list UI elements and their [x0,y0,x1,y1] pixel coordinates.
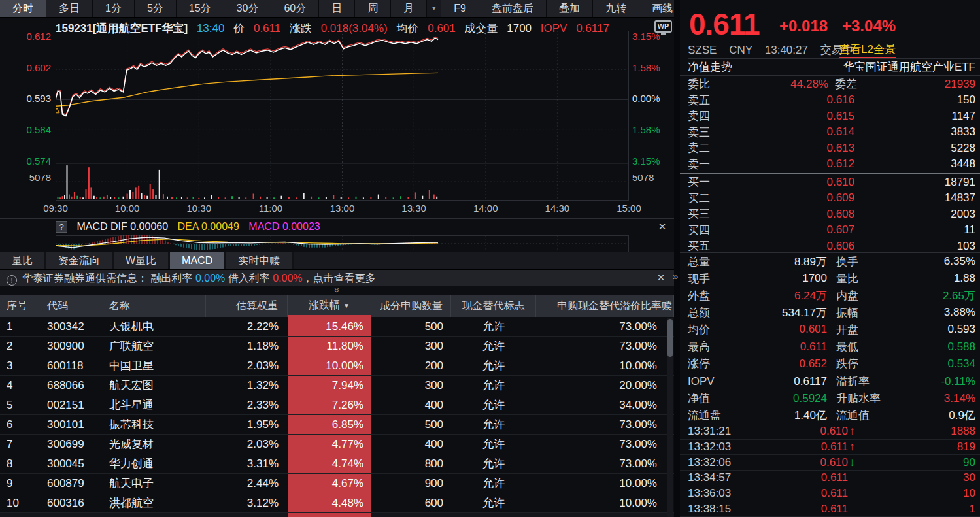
indicator-help-icon[interactable]: ? [56,221,67,233]
tick-quantity: 30 [858,471,975,484]
toolbar-tab[interactable]: 多日 [46,0,93,17]
indicator-tab[interactable]: 资金流向 [46,252,114,269]
table-cell: 允许 [451,474,536,493]
stat-label: 升贴水率 [827,391,887,406]
table-cell: 34.00% [536,395,674,414]
bid-row[interactable]: 买一0.61018791 [680,175,980,191]
table-row[interactable]: 7300699光威复材2.03%4.77%400允许73.00% [0,435,674,454]
percent-axis-label: 1.58% [632,124,671,135]
price-chart[interactable] [56,31,629,201]
table-row[interactable]: 5002151北斗星通2.33%7.26%400允许34.00% [0,395,674,415]
order-book-divider [680,173,980,174]
column-header[interactable]: 估算权重 [206,295,288,317]
ask-row[interactable]: 卖二0.6135228 [680,141,980,157]
toolbar-tool-tab[interactable]: 九转 [593,0,639,17]
toolbar-tool-tab[interactable]: F9 [441,0,479,17]
macd-chart[interactable] [56,235,629,252]
column-header[interactable]: 代码 [39,295,101,317]
bid-row[interactable]: 买四0.60711 [680,222,980,239]
table-cell: 航天电子 [101,474,206,493]
ask-row[interactable]: 卖五0.616150 [680,92,980,108]
macd-close-icon[interactable]: ✕ [656,220,669,233]
stat-label: 开盘 [827,322,887,337]
stat-row: IOPV0.6117溢折率-0.11% [680,373,980,390]
column-header[interactable]: 序号 [0,295,39,317]
percent-axis-label: 3.15% [632,156,671,167]
table-row[interactable]: 10600316洪都航空3.12%4.48%600允许10.00% [0,493,674,513]
change-percent-cell: 4.74% [288,454,371,473]
l2-view-link[interactable]: 查看L2全景 [839,42,896,58]
toolbar-tab[interactable]: 周 [355,0,391,17]
table-cell: 500 [371,317,451,336]
column-header[interactable]: 涨跌幅▼ [288,295,371,317]
notice-more-link[interactable]: ，点击查看更多 [303,273,376,284]
change-percent-cell: 15.46% [288,317,371,336]
nav-trend-tab[interactable]: 净值走势 [688,59,732,76]
stat-row: 均价0.601开盘0.593 [680,321,980,338]
dea-value: 0.00049 [201,221,239,232]
toolbar-tool-tab[interactable]: 盘前盘后 [479,0,547,17]
scrollbar-thumb[interactable] [667,319,673,357]
toolbar-tab[interactable]: 分时 [0,0,46,17]
tick-quantity: 90 [858,456,975,469]
toolbar-tab[interactable]: 1分 [93,0,135,17]
level-quantity: 2003 [854,208,975,221]
weibi-value: 44.28% [788,76,828,92]
column-header[interactable]: 现金替代标志 [451,295,536,317]
stat-row: 涨停0.652跌停0.534 [680,356,980,373]
table-row[interactable]: 3600118中国卫星2.03%10.00%200允许10.00% [0,356,674,376]
table-cell: 688066 [39,376,101,395]
table-row[interactable]: 8300045华力创通3.31%4.74%800允许73.00% [0,454,674,474]
table-scrollbar[interactable] [667,318,673,517]
column-header[interactable]: 成分申购数量 [371,295,451,317]
notice-bar[interactable]: !华泰证券融券通供需信息： 融出利率 0.00% 借入利率 0.00%，点击查看… [0,270,674,286]
ask-row[interactable]: 卖三0.6143833 [680,124,980,141]
percent-axis-label: 3.15% [632,31,671,42]
stat-value: 6.35% [887,255,975,268]
toolbar-tab[interactable]: 30分 [224,0,272,17]
table-row[interactable]: 2300900广联航空1.18%11.80%300允许73.00% [0,337,674,356]
tick-row: 13:32:060.610↓90 [680,455,980,471]
table-row[interactable]: 6300101振芯科技1.95%6.85%500允许73.00% [0,415,674,435]
info-circle-icon: ! [7,275,17,286]
table-row[interactable]: 1300342天银机电2.22%15.46%500允许73.00% [0,317,674,337]
table-row[interactable]: 9600879航天电子2.44%4.67%900允许10.00% [0,474,674,493]
level-price: 0.609 [727,192,854,205]
stat-row: 总额534.17万振幅3.88% [680,304,980,321]
stat-value: 3.88% [887,306,975,319]
toolbar-tool-tab[interactable]: 叠加 [547,0,593,17]
toolbar-tab[interactable]: 5分 [135,0,177,17]
toolbar-tab[interactable]: 月 [391,0,427,17]
notice-close-icon[interactable]: ✕ [654,271,667,284]
stat-value: -0.11% [887,375,975,388]
tick-time: 13:36:03 [688,487,750,500]
toolbar-tab[interactable]: 日 [319,0,355,17]
intraday-chart-panel[interactable]: 159231[通用航空ETF华宝] 13:40 价 0.611 涨跌 0.018… [0,18,674,218]
toolbar-tab[interactable]: 60分 [271,0,319,17]
table-cell: 1.32% [206,376,288,395]
toolbar-tab[interactable]: 15分 [177,0,224,17]
table-cell: 300 [371,376,451,395]
table-collapse-chevron-icon[interactable]: » [330,285,345,295]
column-header[interactable]: 申购现金替代溢价比率赎 [536,295,674,317]
stat-row: 总量8.89万换手6.35% [680,253,980,270]
price-axis-label: 0.612 [0,31,51,42]
table-row[interactable]: 4688066航天宏图1.32%7.94%300允许20.00% [0,376,674,395]
column-header[interactable]: 名称 [101,295,206,317]
table-cell: 300699 [39,435,101,454]
bid-row[interactable]: 买二0.60914837 [680,190,980,207]
indicator-tab[interactable]: W量比 [114,252,170,269]
indicator-tab[interactable]: MACD [170,252,226,269]
indicator-tab[interactable]: 量比 [0,252,46,269]
bid-row[interactable]: 买三0.6082003 [680,207,980,223]
ask-row[interactable]: 卖一0.6123448 [680,156,980,173]
level-quantity: 1147 [854,110,975,123]
level-label: 卖一 [688,157,727,172]
stat-value: 0.9亿 [887,408,975,423]
ask-row[interactable]: 卖四0.6151147 [680,108,980,125]
table-cell: 10 [0,493,39,512]
tick-row: 13:38:150.6111 [680,501,980,517]
panel-collapse-handle-icon[interactable]: » [673,271,678,282]
indicator-tab[interactable]: 实时申赎 [226,252,294,269]
interval-dropdown-icon[interactable]: ▾ [427,0,441,17]
